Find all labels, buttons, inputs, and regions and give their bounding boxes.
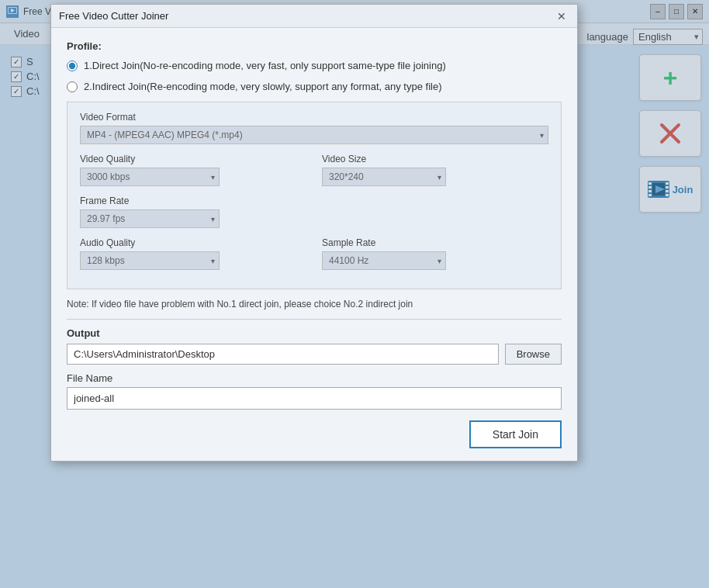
video-format-group: Video Format MP4 - (MPEG4 AAC) MPEG4 (*.… xyxy=(80,112,548,144)
video-format-select-wrapper[interactable]: MP4 - (MPEG4 AAC) MPEG4 (*.mp4) xyxy=(80,126,548,144)
audio-quality-group: Audio Quality 128 kbps xyxy=(80,237,306,270)
video-size-select[interactable]: 320*240 xyxy=(322,168,446,186)
browse-button[interactable]: Browse xyxy=(505,344,562,365)
video-quality-select-wrapper[interactable]: 3000 kbps xyxy=(80,168,220,186)
video-quality-group: Video Quality 3000 kbps xyxy=(80,154,306,186)
video-size-label: Video Size xyxy=(322,154,548,164)
frame-rate-label: Frame Rate xyxy=(80,195,548,206)
video-size-group: Video Size 320*240 xyxy=(322,154,548,186)
direct-join-option[interactable]: 1.Direct Join(No-re-encoding mode, very … xyxy=(67,60,562,71)
start-join-row: Start Join xyxy=(67,420,562,448)
video-size-select-wrapper[interactable]: 320*240 xyxy=(322,168,446,186)
direct-join-radio[interactable] xyxy=(67,61,78,71)
filename-label: File Name xyxy=(67,372,562,384)
audio-quality-select-wrapper[interactable]: 128 kbps xyxy=(80,251,220,270)
audio-quality-select[interactable]: 128 kbps xyxy=(80,251,220,270)
note-text: Note: If video file have problem with No… xyxy=(67,299,562,310)
indirect-join-radio[interactable] xyxy=(67,81,78,92)
video-quality-label: Video Quality xyxy=(80,154,306,164)
output-path-input[interactable] xyxy=(67,344,499,365)
video-quality-select[interactable]: 3000 kbps xyxy=(80,168,220,186)
sample-rate-select-wrapper[interactable]: 44100 Hz xyxy=(322,251,446,270)
fields-section: Video Format MP4 - (MPEG4 AAC) MPEG4 (*.… xyxy=(67,102,562,289)
modal-titlebar: Free Video Cutter Joiner ✕ xyxy=(51,5,577,28)
audio-quality-label: Audio Quality xyxy=(80,237,306,248)
sample-rate-select[interactable]: 44100 Hz xyxy=(322,251,446,270)
video-format-row: Video Format MP4 - (MPEG4 AAC) MPEG4 (*.… xyxy=(80,112,548,144)
video-format-label: Video Format xyxy=(80,112,548,123)
output-label: Output xyxy=(67,327,562,339)
indirect-join-label: 2.Indirect Join(Re-encoding mode, very s… xyxy=(84,81,441,92)
separator xyxy=(67,319,562,320)
frame-rate-group: Frame Rate 29.97 fps xyxy=(80,195,548,228)
sample-rate-group: Sample Rate 44100 Hz xyxy=(322,237,548,270)
output-path-row: Browse xyxy=(67,344,562,365)
indirect-join-option[interactable]: 2.Indirect Join(Re-encoding mode, very s… xyxy=(67,81,562,92)
modal-dialog: Free Video Cutter Joiner ✕ Profile: 1.Di… xyxy=(50,4,578,462)
output-section: Output Browse File Name xyxy=(67,327,562,410)
modal-body: Profile: 1.Direct Join(No-re-encoding mo… xyxy=(51,28,577,461)
audio-row: Audio Quality 128 kbps Sample Rate 44100… xyxy=(80,237,548,270)
filename-input[interactable] xyxy=(67,387,562,410)
profile-label: Profile: xyxy=(67,40,562,52)
video-format-select[interactable]: MP4 - (MPEG4 AAC) MPEG4 (*.mp4) xyxy=(80,126,548,144)
sample-rate-label: Sample Rate xyxy=(322,237,548,248)
start-join-button[interactable]: Start Join xyxy=(469,420,562,448)
quality-size-row: Video Quality 3000 kbps Video Size 320*2… xyxy=(80,154,548,186)
frame-rate-select[interactable]: 29.97 fps xyxy=(80,209,220,228)
modal-title: Free Video Cutter Joiner xyxy=(59,10,554,22)
modal-close-button[interactable]: ✕ xyxy=(554,9,569,24)
frame-rate-select-wrapper[interactable]: 29.97 fps xyxy=(80,209,220,228)
direct-join-label: 1.Direct Join(No-re-encoding mode, very … xyxy=(84,60,446,71)
framerate-row: Frame Rate 29.97 fps xyxy=(80,195,548,228)
